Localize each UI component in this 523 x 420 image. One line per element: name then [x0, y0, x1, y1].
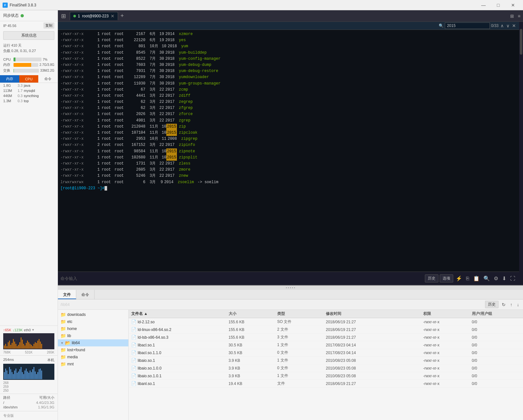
options-button[interactable]: 选项	[440, 274, 453, 282]
swap-bar-fill	[14, 69, 14, 73]
net-bar	[19, 342, 20, 349]
gear-icon[interactable]: ⚙	[492, 275, 500, 281]
net-bar	[22, 340, 23, 349]
ping-bar	[41, 371, 42, 380]
app-title: FinalShell 3.8.3	[10, 3, 36, 7]
close-button[interactable]: ✕	[506, 0, 520, 10]
table-row: -rwxr-xr-x2rootroot167152 3月 22 2017 zip…	[60, 142, 517, 148]
list-item[interactable]: 📄libaio.so.13.9 KB1 文件2010/08/23 05:08-r…	[129, 357, 523, 364]
lightning-icon[interactable]: ⚡	[454, 275, 463, 281]
tree-item-home[interactable]: 📁 home	[58, 325, 128, 332]
net-graph-bars	[3, 333, 54, 349]
terminal-scrollbar[interactable]	[519, 22, 523, 285]
search-close-icon[interactable]: ✕	[511, 23, 517, 28]
tree-item-mnt[interactable]: 📁 mnt	[58, 361, 128, 368]
tree-item-media[interactable]: 📁 media	[58, 353, 128, 361]
ping-bar	[35, 371, 36, 379]
file-name: 📄ld-lsb-x86-64.so.3	[131, 335, 229, 340]
chevron-down-icon: ▾	[32, 328, 34, 332]
cpu-value: 7%	[43, 58, 54, 61]
copy-icon[interactable]: ⎘	[465, 276, 471, 281]
search-next-icon[interactable]: ∨	[506, 23, 510, 28]
sysinfo-button[interactable]: 系统信息	[3, 31, 54, 40]
main-layout: 同步状态 IP 45.56 复制 系统信息 运行 410 天 负载 0.28, …	[0, 10, 523, 420]
tab-open-button[interactable]: ⊞	[59, 13, 68, 20]
search-icon-cmd[interactable]: 🔍	[482, 275, 491, 281]
col-perm: 权限	[423, 311, 472, 317]
ip-row: IP 45.56 复制	[0, 21, 58, 30]
net-bar	[33, 344, 34, 349]
new-tab-button[interactable]: +	[119, 13, 126, 19]
file-size: 30.5 KB	[229, 343, 277, 347]
tree-label-home: home	[67, 326, 77, 331]
folder-icon: 📁	[60, 326, 66, 331]
list-item[interactable]: 📄libaio.so.1.0.03.9 KB0 文件2010/08/23 05:…	[129, 364, 523, 372]
sync-label: 同步状态	[3, 13, 19, 18]
process-list: 1.8G 3.3 java 113M 1.7 mysqld 446M 0.3 s…	[0, 83, 58, 326]
tree-item-lostfound[interactable]: 📁 lost+found	[58, 346, 128, 353]
terminal-tab[interactable]: 1 root@li900-223 ✕	[70, 12, 118, 20]
list-item[interactable]: 📄libaio.so.1.0.13.9 KB1 文件2010/08/23 05:…	[129, 372, 523, 380]
grid-icon[interactable]: ⊞	[509, 13, 515, 19]
refresh-icon[interactable]: ↻	[500, 302, 507, 307]
scroll-thumb[interactable]	[520, 29, 522, 55]
command-input[interactable]	[60, 276, 424, 281]
ping-bar	[18, 371, 19, 379]
list-item[interactable]: 📄libacl.so.130.5 KB1 文件2017/08/23 04:14-…	[129, 341, 523, 349]
download-file-icon[interactable]: ↓	[516, 302, 520, 307]
list-item[interactable]: 📄libanl.so.119.4 KB文件2018/06/19 21:27-rw…	[129, 380, 523, 388]
history-button[interactable]: 历史	[425, 274, 438, 282]
file-tab-files[interactable]: 文件	[58, 290, 76, 299]
cpu-bar-fill	[14, 58, 15, 61]
download-icon[interactable]: ⬇	[501, 275, 508, 281]
resource-section: CPU 7% 内存 2.7G/3.8G 交换 33M/2.2G	[0, 55, 58, 75]
history-file-button[interactable]: 历史	[485, 301, 499, 308]
list-icon[interactable]: ≡	[517, 13, 522, 19]
list-item[interactable]: 📄libacl.so.1.1.030.5 KB0 文件2017/08/23 04…	[129, 349, 523, 357]
file-perm: -rwxr-xr-x	[423, 343, 472, 347]
minimize-button[interactable]: —	[476, 0, 491, 10]
tab-command[interactable]: 命令	[38, 75, 58, 83]
file-perm: -rwxr-xr-x	[423, 366, 472, 371]
proc-mem-top: 1.3M	[3, 99, 15, 103]
proc-name-java: java	[24, 84, 54, 87]
net-bar	[8, 342, 9, 349]
tab-cpu[interactable]: CPU	[19, 75, 39, 83]
file-tab-commands[interactable]: 命令	[76, 290, 95, 299]
proc-cpu-mysqld: 1.7	[15, 89, 23, 93]
file-tree: 📁 downloads 📁 etc 📁 home 📁 lib	[58, 310, 129, 420]
tree-item-lib[interactable]: 📁 lib	[58, 332, 128, 339]
swap-value: 33M/2.2G	[40, 69, 54, 72]
drag-handle[interactable]: • • • • •	[58, 286, 523, 290]
net-bar	[31, 345, 32, 349]
file-owner: 0/0	[472, 374, 520, 378]
table-row: -rwxr-xr-x1rootroot7931 7月 30 2018 yum-d…	[60, 68, 517, 74]
tree-label-etc: etc	[67, 319, 72, 324]
tree-item-etc[interactable]: 📁 etc	[58, 318, 128, 325]
copy-ip-button[interactable]: 复制	[43, 22, 54, 29]
fullscreen-icon[interactable]: ⛶	[509, 276, 517, 281]
file-perm: -rwxr-xr-x	[423, 351, 472, 355]
tab-close-icon[interactable]: ✕	[111, 13, 115, 19]
search-prev-icon[interactable]: ∧	[500, 23, 504, 28]
ping-bar	[39, 369, 40, 379]
list-item[interactable]: 📄ld-linux-x86-64.so.2155.6 KB2 文件2018/06…	[129, 326, 523, 334]
paste-icon[interactable]: 📋	[472, 275, 481, 281]
network-graph	[3, 333, 54, 349]
file-size: 30.5 KB	[229, 351, 277, 355]
proc-mem-java: 1.8G	[3, 84, 15, 87]
file-size: 155.6 KB	[229, 335, 277, 340]
net-bar	[35, 342, 36, 349]
file-size: 155.6 KB	[229, 320, 277, 324]
net-bar	[40, 342, 41, 349]
net-iface: eth0	[24, 328, 31, 332]
maximize-button[interactable]: □	[491, 0, 506, 10]
search-input[interactable]	[445, 22, 490, 29]
list-item[interactable]: 📄ld-2.12.so155.6 KBSO 文件2018/06/19 21:27…	[129, 318, 523, 326]
file-name: 📄libaio.so.1	[131, 358, 229, 363]
tab-memory[interactable]: 内存	[0, 75, 19, 83]
upload-icon[interactable]: ↑	[509, 302, 514, 307]
list-item[interactable]: 📄ld-lsb-x86-64.so.3155.6 KB3 文件2018/06/1…	[129, 334, 523, 341]
tree-item-lib64[interactable]: ▼ 📂 lib64	[58, 339, 128, 346]
tree-item-downloads[interactable]: 📁 downloads	[58, 311, 128, 318]
